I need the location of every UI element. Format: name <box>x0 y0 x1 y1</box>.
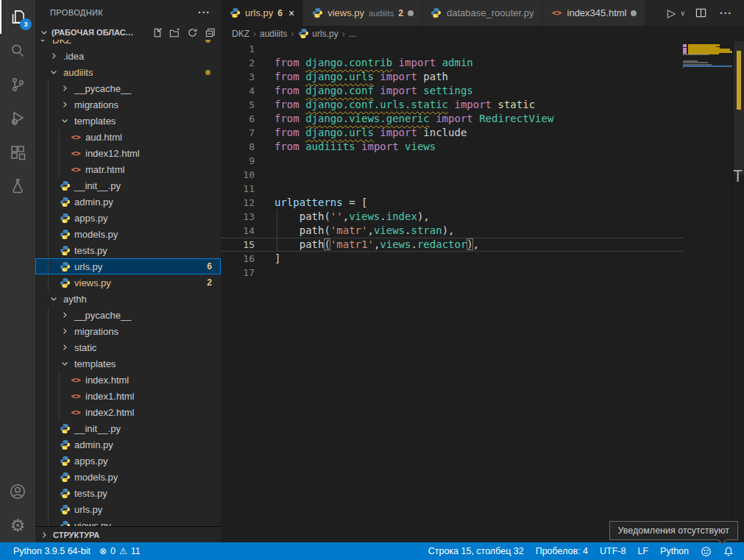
minimap[interactable] <box>683 41 732 542</box>
python-file-icon <box>59 229 71 240</box>
tree-item-tests.py[interactable]: tests.py <box>35 242 221 258</box>
tab-urls.py[interactable]: urls.py6× <box>221 0 303 26</box>
code-line-8[interactable]: 8from audiiits import views <box>221 140 683 154</box>
problems-indicator[interactable]: ⊗ 0 ⚠ 11 <box>95 546 145 556</box>
code-line-5[interactable]: 5from django.conf.urls.static import sta… <box>221 98 683 112</box>
breadcrumb-item-audiiits[interactable]: audiiits <box>260 29 287 39</box>
editor-scrollbar[interactable]: T <box>732 41 744 542</box>
feedback-smiley-icon[interactable] <box>696 546 716 557</box>
language-mode-indicator[interactable]: Python <box>656 546 693 556</box>
refresh-icon[interactable] <box>185 26 199 39</box>
code-line-17[interactable]: 17 <box>221 266 683 280</box>
tree-item-matr.html[interactable]: <>matr.html <box>35 161 221 177</box>
breadcrumb-item-...[interactable]: ... <box>349 29 356 39</box>
code-text: from django.urls import include <box>274 126 467 140</box>
activity-account[interactable] <box>0 475 35 508</box>
tree-item-__pycache__[interactable]: __pycache__ <box>35 80 221 96</box>
code-line-12[interactable]: 12urlpatterns = [ <box>221 196 683 210</box>
tree-item-__pycache__[interactable]: __pycache__ <box>35 307 221 323</box>
tree-item-static[interactable]: static <box>35 339 221 355</box>
tree-item-apps.py[interactable]: apps.py <box>35 210 221 226</box>
tree-item-DKZ[interactable]: DKZ <box>35 40 221 48</box>
close-icon[interactable]: × <box>288 7 294 19</box>
activity-bar-spacer <box>0 203 35 475</box>
breadcrumb-item-DKZ[interactable]: DKZ <box>232 29 249 39</box>
tree-item-apps.py[interactable]: apps.py <box>35 453 221 469</box>
tree-item-__init__.py[interactable]: __init__.py <box>35 420 221 436</box>
tree-item-index2.html[interactable]: <>index2.html <box>35 404 221 420</box>
tab-database_roouter.py[interactable]: database_roouter.py <box>422 0 543 26</box>
code-line-10[interactable]: 10 <box>221 168 683 182</box>
code-line-6[interactable]: 6from django.views.generic import Redire… <box>221 112 683 126</box>
collapse-all-icon[interactable] <box>203 26 216 39</box>
code-line-3[interactable]: 3from django.urls import path <box>221 70 683 84</box>
code-line-9[interactable]: 9 <box>221 154 683 168</box>
tree-item-templates[interactable]: templates <box>35 355 221 372</box>
tree-item-tests.py[interactable]: tests.py <box>35 485 221 501</box>
tree-item-aythh[interactable]: aythh <box>35 291 221 307</box>
tree-item-admin.py[interactable]: admin.py <box>35 194 221 210</box>
tree-item-index1.html[interactable]: <>index1.html <box>35 388 221 404</box>
code-line-4[interactable]: 4from django.conf import settings <box>221 84 683 98</box>
eol-indicator[interactable]: LF <box>633 546 653 556</box>
outline-section-header[interactable]: СТРУКТУРА <box>35 526 221 542</box>
code-editor[interactable]: 12from django.contrib import admin3from … <box>221 41 744 542</box>
python-interpreter-indicator[interactable]: Python 3.9.5 64-bit <box>9 546 95 556</box>
cursor-position-indicator[interactable]: Строка 15, столбец 32 <box>424 546 528 556</box>
code-line-15[interactable]: 15 path('matr1',views.redactor), <box>221 238 683 252</box>
split-editor-icon[interactable] <box>695 7 706 18</box>
bell-icon[interactable] <box>719 546 738 557</box>
tree-item-models.py[interactable]: models.py <box>35 226 221 242</box>
run-file-icon[interactable]: ▷ <box>667 7 676 20</box>
activity-search[interactable] <box>0 34 35 68</box>
more-actions-icon[interactable]: ··· <box>717 7 735 19</box>
tree-item-audiiits[interactable]: audiiits <box>35 64 221 80</box>
tab-description: audiiits <box>369 9 394 18</box>
activity-testing[interactable] <box>0 169 35 203</box>
tab-index345.html[interactable]: <>index345.html <box>543 0 646 26</box>
tree-item-urls.py[interactable]: urls.py <box>35 501 221 517</box>
activity-source-control[interactable] <box>0 68 35 102</box>
code-line-13[interactable]: 13 path('',views.index), <box>221 210 683 224</box>
tree-indent-guide <box>37 64 48 80</box>
workspace-section-header[interactable]: (РАБОЧАЯ ОБЛАСТЬ) ... <box>35 25 221 40</box>
code-line-11[interactable]: 11 <box>221 182 683 196</box>
tree-item-index12.html[interactable]: <>index12.html <box>35 145 221 161</box>
indentation-indicator[interactable]: Пробелов: 4 <box>531 546 592 556</box>
new-file-icon[interactable] <box>150 26 163 39</box>
tree-item-views.py[interactable]: views.py <box>35 517 221 526</box>
more-actions-icon[interactable]: ··· <box>195 7 213 18</box>
activity-extensions[interactable] <box>0 135 35 169</box>
tree-item-templates[interactable]: templates <box>35 113 221 129</box>
code-line-16[interactable]: 16] <box>221 252 683 266</box>
tree-item-aud.html[interactable]: <>aud.html <box>35 129 221 145</box>
tree-item-.idea[interactable]: .idea <box>35 48 221 64</box>
tree-item-urls.py[interactable]: urls.py6 <box>35 258 221 274</box>
tree-item-migrations[interactable]: migrations <box>35 96 221 113</box>
tree-item-label: urls.py <box>74 261 102 272</box>
run-dropdown-icon[interactable]: ∨ <box>680 10 685 17</box>
tree-item-admin.py[interactable]: admin.py <box>35 436 221 453</box>
breadcrumb-item-urls.py[interactable]: urls.py <box>297 28 338 39</box>
tree-item-migrations[interactable]: migrations <box>35 323 221 339</box>
tree-indent-guide <box>48 372 59 388</box>
main-area: 3 <box>0 0 744 542</box>
code-line-14[interactable]: 14 path('matr',views.stran), <box>221 224 683 238</box>
python-file-icon <box>59 277 71 288</box>
tree-item-index.html[interactable]: <>index.html <box>35 372 221 388</box>
tab-views.py[interactable]: views.pyaudiiits2 <box>303 0 422 26</box>
tree-item-views.py[interactable]: views.py2 <box>35 274 221 291</box>
activity-run-debug[interactable] <box>0 102 35 135</box>
explorer-actions <box>150 26 216 39</box>
tree-item-__init__.py[interactable]: __init__.py <box>35 177 221 194</box>
code-text: from django.conf.urls.static import stat… <box>274 98 535 112</box>
new-folder-icon[interactable] <box>168 26 181 39</box>
code-line-2[interactable]: 2from django.contrib import admin <box>221 56 683 70</box>
vscode-window: 3 <box>0 0 744 560</box>
activity-settings[interactable]: ⚙ <box>0 508 35 542</box>
encoding-indicator[interactable]: UTF-8 <box>595 546 630 556</box>
activity-explorer[interactable]: 3 <box>0 0 35 34</box>
code-line-1[interactable]: 1 <box>221 42 683 56</box>
code-line-7[interactable]: 7from django.urls import include <box>221 126 683 140</box>
tree-item-models.py[interactable]: models.py <box>35 469 221 485</box>
